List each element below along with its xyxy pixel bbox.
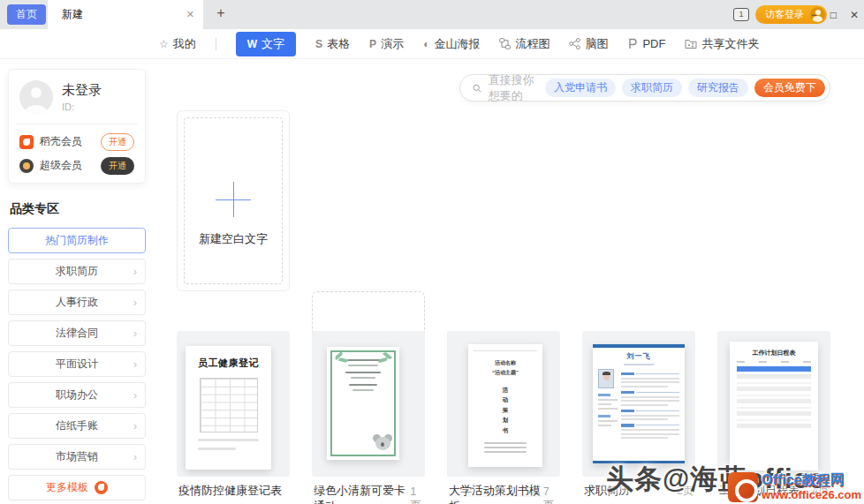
docer-badge-icon <box>95 481 108 494</box>
search-tag-job-resume[interactable]: 求职简历 <box>622 79 682 97</box>
search-tag-research-report[interactable]: 研究报告 <box>688 79 748 97</box>
page-count: 7页 <box>543 485 558 504</box>
category-legal-contract[interactable]: 法律合同 › <box>8 320 146 346</box>
super-activate-button[interactable]: 开通 <box>101 157 134 175</box>
chevron-right-icon: › <box>133 327 137 340</box>
category-label: 人事行政 <box>56 295 98 310</box>
template-card-work-schedule[interactable]: 工作计划日程表 工作计划日程表 4页 <box>717 331 830 477</box>
more-templates-button[interactable]: 更多模板 <box>8 475 146 500</box>
watermark-logo: Office教程网 www.office26.com <box>728 472 861 502</box>
nav-my[interactable]: ☆ 我的 <box>159 36 196 52</box>
nav-flowchart-label: 流程图 <box>515 36 549 52</box>
titlebar: 首页 新建 ✕ + 1 访客登录 − □ ✕ <box>0 0 864 29</box>
template-card-health-register[interactable]: 员工健康登记 疫情防控健康登记表 <box>177 331 290 477</box>
category-section-title: 品类专区 <box>10 201 146 217</box>
template-preview: 刘一飞 <box>582 331 695 477</box>
category-graphic-design[interactable]: 平面设计 › <box>8 351 146 377</box>
writer-icon: W <box>247 38 257 50</box>
guest-login-label: 访客登录 <box>765 9 804 19</box>
sidebar: 未登录 ID: 稻壳会员 开通 超级会员 开通 品类专区 热门简历制作 求职简历… <box>8 69 146 504</box>
preview-title: 工作计划日程表 <box>730 349 818 357</box>
preview-vertical-title: 活动策划书 <box>502 385 509 435</box>
template-card-green-koala[interactable]: 绿色小清新可爱卡通动... 1页 <box>312 331 425 477</box>
search-bar[interactable]: 直接搜你想要的 入党申请书 求职简历 研究报告 会员免费下 <box>459 74 830 102</box>
poster-icon: ◐ <box>423 38 429 50</box>
wps-new-document-window: 首页 新建 ✕ + 1 访客登录 − □ ✕ ☆ 我的 W 文字 S 表格 <box>0 0 864 504</box>
nav-presentation[interactable]: P 演示 <box>369 36 404 52</box>
window-controls: − □ ✕ <box>811 0 859 29</box>
koala-illustration <box>372 434 393 454</box>
presentation-icon: P <box>369 38 376 50</box>
user-card: 未登录 ID: 稻壳会员 开通 超级会员 开通 <box>8 69 146 184</box>
app-navbar: ☆ 我的 W 文字 S 表格 P 演示 ◐ 金山海报 流程图 <box>0 29 864 58</box>
chevron-right-icon: › <box>133 388 137 402</box>
category-label: 平面设计 <box>56 357 98 372</box>
template-card-event-plan-book[interactable]: 活动名称 “活动主题” 活动策划书 大学活动策划书模板 7页 <box>447 331 560 477</box>
user-id: ID: <box>62 102 102 112</box>
tab-close-icon[interactable]: ✕ <box>186 9 194 20</box>
nav-pdf-label: PDF <box>642 37 665 50</box>
user-name: 未登录 <box>62 82 102 99</box>
nav-divider <box>216 38 216 50</box>
category-label: 市场营销 <box>56 449 98 464</box>
search-tag-party-application[interactable]: 入党申请书 <box>545 79 616 97</box>
docer-member-row: 稻壳会员 开通 <box>19 130 134 154</box>
category-stationery[interactable]: 信纸手账 › <box>8 413 146 439</box>
nav-mindmap[interactable]: 脑图 <box>569 36 608 52</box>
watermark-site-name: Office教程网 <box>762 472 861 488</box>
divider <box>16 124 138 124</box>
category-marketing[interactable]: 市场营销 › <box>8 444 146 470</box>
office-logo-icon <box>728 472 758 502</box>
search-icon <box>473 82 481 94</box>
nav-shared-folder[interactable]: 共享文件夹 <box>685 36 759 52</box>
vip-free-download-tag[interactable]: 会员免费下 <box>754 79 825 97</box>
super-member-row: 超级会员 开通 <box>19 154 134 177</box>
template-preview: 员工健康登记 <box>177 331 290 477</box>
preview-title: 活动名称 <box>468 359 542 367</box>
category-job-resume[interactable]: 求职简历 › <box>8 259 146 284</box>
tab-new-document[interactable]: 新建 ✕ <box>48 0 203 29</box>
preview-subtitle: “活动主题” <box>468 369 542 377</box>
create-blank-label: 新建空白文字 <box>199 231 268 247</box>
nav-flowchart[interactable]: 流程图 <box>499 36 549 52</box>
flowchart-icon <box>499 38 511 49</box>
shared-folder-icon <box>685 38 697 49</box>
maximize-button[interactable]: □ <box>830 9 837 21</box>
super-member-icon <box>19 159 34 173</box>
category-workplace-office[interactable]: 职场办公 › <box>8 382 146 408</box>
page-count: 1页 <box>410 485 423 504</box>
template-preview: 活动名称 “活动主题” 活动策划书 <box>447 331 560 477</box>
category-label: 职场办公 <box>56 387 98 402</box>
user-avatar[interactable] <box>19 80 53 114</box>
chevron-right-icon: › <box>133 450 137 463</box>
new-tab-button[interactable]: + <box>212 5 230 21</box>
home-button[interactable]: 首页 <box>7 4 46 25</box>
search-input[interactable]: 直接搜你想要的 <box>489 72 545 104</box>
category-label: 法律合同 <box>56 326 98 341</box>
template-caption: 绿色小清新可爱卡通动... <box>314 483 410 504</box>
create-blank-document-card[interactable]: 新建空白文字 <box>177 110 290 291</box>
nav-pdf[interactable]: PDF <box>627 37 665 50</box>
category-hr-admin[interactable]: 人事行政 › <box>8 290 146 315</box>
template-preview <box>312 331 425 477</box>
tab-title: 新建 <box>62 7 83 22</box>
super-member-label: 超级会员 <box>40 158 82 173</box>
template-caption: 疫情防控健康登记表 <box>178 483 282 499</box>
nav-spreadsheet[interactable]: S 表格 <box>315 36 350 52</box>
chevron-right-icon: › <box>133 419 137 433</box>
category-hot-resume[interactable]: 热门简历制作 <box>8 228 146 253</box>
minimize-button[interactable]: − <box>811 9 817 21</box>
chevron-right-icon: › <box>133 265 137 278</box>
category-label: 热门简历制作 <box>45 233 109 248</box>
nav-poster[interactable]: ◐ 金山海报 <box>423 36 480 52</box>
docer-activate-button[interactable]: 开通 <box>101 133 134 151</box>
close-button[interactable]: ✕ <box>850 9 859 21</box>
preview-resume-name: 刘一飞 <box>593 351 685 361</box>
nav-writer-active[interactable]: W 文字 <box>236 32 296 56</box>
main-content: 直接搜你想要的 入党申请书 求职简历 研究报告 会员免费下 新建空白文字 + 新… <box>163 62 864 504</box>
template-card-resume[interactable]: 刘一飞 <box>582 331 695 477</box>
preview-table <box>200 378 258 433</box>
window-switcher-icon[interactable]: 1 <box>733 8 749 21</box>
mindmap-icon <box>569 38 580 49</box>
pdf-icon <box>627 38 638 49</box>
